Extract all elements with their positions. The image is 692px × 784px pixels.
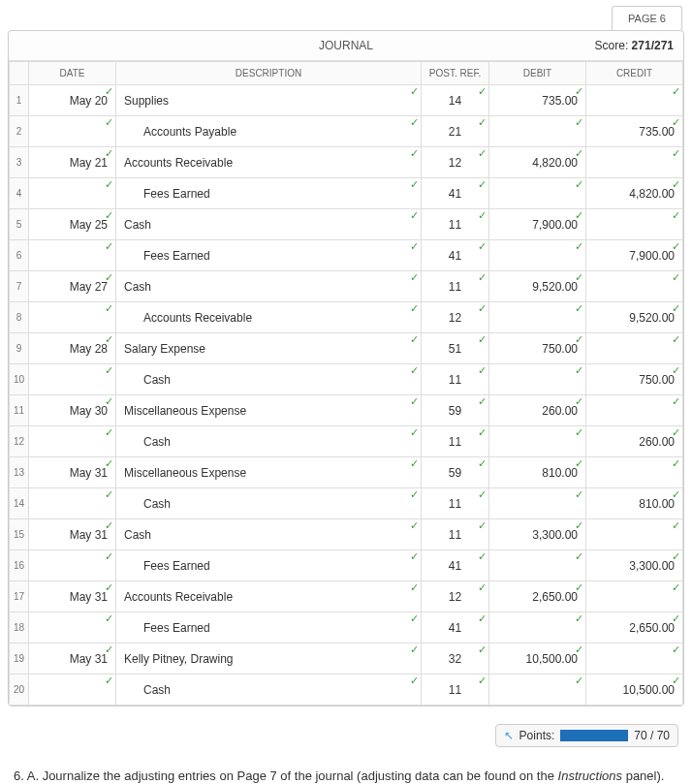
date-cell[interactable]: May 30✓ (29, 395, 115, 425)
postref-cell[interactable]: 14✓ (422, 85, 488, 115)
credit-cell[interactable]: 10,500.00✓ (586, 674, 682, 705)
description-cell[interactable]: Salary Expense✓ (116, 333, 421, 363)
debit-cell[interactable]: 3,300.00✓ (489, 519, 585, 549)
description-cell[interactable]: Fees Earned✓ (116, 240, 421, 270)
date-cell[interactable]: May 21✓ (29, 147, 115, 177)
description-cell[interactable]: Cash✓ (116, 271, 421, 301)
credit-cell[interactable]: 735.00✓ (586, 116, 682, 146)
description-cell[interactable]: Fees Earned✓ (116, 550, 421, 580)
date-cell[interactable]: May 31✓ (29, 643, 115, 674)
debit-cell[interactable]: ✓ (489, 364, 585, 394)
description-cell[interactable]: Fees Earned✓ (116, 178, 421, 208)
date-cell[interactable]: May 31✓ (29, 581, 115, 612)
postref-cell[interactable]: 11✓ (422, 209, 488, 239)
credit-cell[interactable]: ✓ (586, 457, 682, 487)
date-cell[interactable]: ✓ (29, 302, 115, 332)
credit-cell[interactable]: ✓ (586, 395, 682, 425)
postref-cell[interactable]: 41✓ (422, 240, 488, 270)
postref-cell[interactable]: 11✓ (422, 674, 488, 705)
debit-cell[interactable]: 260.00✓ (489, 395, 585, 425)
debit-cell[interactable]: 10,500.00✓ (489, 643, 585, 674)
description-cell[interactable]: Kelly Pitney, Drawing✓ (116, 643, 421, 674)
date-cell[interactable]: ✓ (29, 488, 115, 518)
credit-cell[interactable]: 9,520.00✓ (586, 302, 682, 332)
date-cell[interactable]: ✓ (29, 240, 115, 270)
credit-cell[interactable]: ✓ (586, 333, 682, 363)
postref-cell[interactable]: 51✓ (422, 333, 488, 363)
postref-cell[interactable]: 12✓ (422, 581, 488, 612)
debit-cell[interactable]: ✓ (489, 116, 585, 146)
debit-cell[interactable]: ✓ (489, 240, 585, 270)
debit-cell[interactable]: 2,650.00✓ (489, 581, 585, 612)
postref-cell[interactable]: 11✓ (422, 426, 488, 456)
postref-cell[interactable]: 21✓ (422, 116, 488, 146)
credit-cell[interactable]: ✓ (586, 581, 682, 612)
credit-cell[interactable]: ✓ (586, 85, 682, 115)
date-cell[interactable]: May 27✓ (29, 271, 115, 301)
points-box[interactable]: ↖ Points: 70 / 70 (495, 724, 678, 747)
credit-cell[interactable]: ✓ (586, 147, 682, 177)
credit-cell[interactable]: ✓ (586, 643, 682, 674)
debit-cell[interactable]: 4,820.00✓ (489, 147, 585, 177)
description-cell[interactable]: Accounts Receivable✓ (116, 302, 421, 332)
description-cell[interactable]: Accounts Receivable✓ (116, 581, 421, 612)
postref-cell[interactable]: 11✓ (422, 364, 488, 394)
debit-cell[interactable]: 750.00✓ (489, 333, 585, 363)
credit-cell[interactable]: ✓ (586, 519, 682, 549)
date-cell[interactable]: May 31✓ (29, 519, 115, 549)
debit-cell[interactable]: 735.00✓ (489, 85, 585, 115)
debit-cell[interactable]: ✓ (489, 426, 585, 456)
credit-cell[interactable]: 7,900.00✓ (586, 240, 682, 270)
postref-cell[interactable]: 41✓ (422, 178, 488, 208)
postref-cell[interactable]: 41✓ (422, 550, 488, 580)
postref-cell[interactable]: 32✓ (422, 643, 488, 674)
credit-cell[interactable]: ✓ (586, 209, 682, 239)
credit-cell[interactable]: 810.00✓ (586, 488, 682, 518)
date-cell[interactable]: ✓ (29, 178, 115, 208)
date-cell[interactable]: ✓ (29, 674, 115, 705)
debit-cell[interactable]: ✓ (489, 674, 585, 705)
page-tab[interactable]: PAGE 6 (612, 6, 682, 30)
postref-cell[interactable]: 11✓ (422, 519, 488, 549)
postref-cell[interactable]: 59✓ (422, 457, 488, 487)
description-cell[interactable]: Cash✓ (116, 519, 421, 549)
description-cell[interactable]: Supplies✓ (116, 85, 421, 115)
description-cell[interactable]: Cash✓ (116, 674, 421, 705)
description-cell[interactable]: Cash✓ (116, 426, 421, 456)
date-cell[interactable]: May 31✓ (29, 457, 115, 487)
credit-cell[interactable]: 2,650.00✓ (586, 612, 682, 643)
credit-cell[interactable]: ✓ (586, 271, 682, 301)
date-cell[interactable]: ✓ (29, 550, 115, 580)
date-cell[interactable]: ✓ (29, 116, 115, 146)
debit-cell[interactable]: ✓ (489, 550, 585, 580)
description-cell[interactable]: Miscellaneous Expense✓ (116, 395, 421, 425)
debit-cell[interactable]: 7,900.00✓ (489, 209, 585, 239)
credit-cell[interactable]: 750.00✓ (586, 364, 682, 394)
description-cell[interactable]: Cash✓ (116, 209, 421, 239)
postref-cell[interactable]: 11✓ (422, 488, 488, 518)
date-cell[interactable]: ✓ (29, 364, 115, 394)
date-cell[interactable]: ✓ (29, 612, 115, 643)
description-cell[interactable]: Miscellaneous Expense✓ (116, 457, 421, 487)
postref-cell[interactable]: 59✓ (422, 395, 488, 425)
credit-cell[interactable]: 4,820.00✓ (586, 178, 682, 208)
debit-cell[interactable]: 810.00✓ (489, 457, 585, 487)
description-cell[interactable]: Fees Earned✓ (116, 612, 421, 643)
date-cell[interactable]: ✓ (29, 426, 115, 456)
description-cell[interactable]: Accounts Payable✓ (116, 116, 421, 146)
debit-cell[interactable]: ✓ (489, 302, 585, 332)
debit-cell[interactable]: ✓ (489, 612, 585, 643)
description-cell[interactable]: Cash✓ (116, 364, 421, 394)
postref-cell[interactable]: 12✓ (422, 147, 488, 177)
description-cell[interactable]: Cash✓ (116, 488, 421, 518)
debit-cell[interactable]: ✓ (489, 178, 585, 208)
credit-cell[interactable]: 3,300.00✓ (586, 550, 682, 580)
description-cell[interactable]: Accounts Receivable✓ (116, 147, 421, 177)
credit-cell[interactable]: 260.00✓ (586, 426, 682, 456)
postref-cell[interactable]: 11✓ (422, 271, 488, 301)
debit-cell[interactable]: ✓ (489, 488, 585, 518)
postref-cell[interactable]: 41✓ (422, 612, 488, 643)
postref-cell[interactable]: 12✓ (422, 302, 488, 332)
date-cell[interactable]: May 25✓ (29, 209, 115, 239)
date-cell[interactable]: May 20✓ (29, 85, 115, 115)
